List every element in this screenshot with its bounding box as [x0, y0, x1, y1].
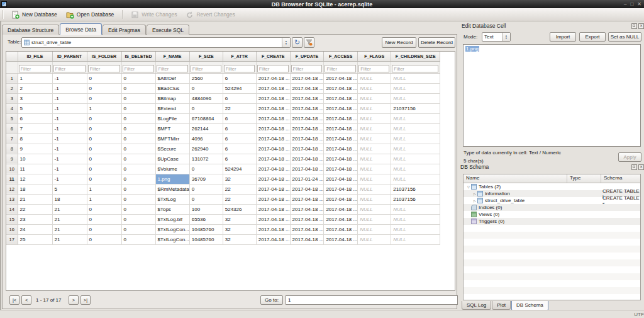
new-record-button[interactable]: New Record	[382, 37, 416, 48]
filter-input-f-access[interactable]	[325, 65, 356, 72]
cell-f-name[interactable]: $UpCase	[155, 154, 189, 164]
row-number[interactable]: 1	[6, 73, 18, 83]
cell-f-update[interactable]: 2017-01-24 ...	[290, 174, 324, 184]
cell-is-deleted[interactable]: 0	[121, 214, 155, 224]
cell-f-create[interactable]: 2017-04-18 ...	[256, 103, 290, 113]
cell-f-name[interactable]: $Secure	[155, 144, 189, 154]
column-header-is-folder[interactable]: IS_FOLDER	[87, 52, 121, 61]
cell-f-size[interactable]: 0	[189, 103, 223, 113]
cell-f-access[interactable]: 2017-04-18 ...	[324, 234, 358, 244]
cell-f-create[interactable]: 2017-04-18 ...	[256, 194, 290, 204]
cell-f-children-size[interactable]: NULL	[391, 73, 440, 83]
tab-plot[interactable]: Plot	[492, 301, 511, 310]
cell-id-parent[interactable]: 21	[52, 224, 87, 234]
chevron-up-down-icon[interactable]: ▴▾	[282, 38, 290, 47]
filter-input-id-parent[interactable]	[53, 65, 86, 72]
cell-f-attr[interactable]: 524326	[223, 204, 256, 214]
cell-f-update[interactable]: 2017-04-18 ...	[290, 224, 324, 234]
column-header-f-flags[interactable]: F_FLAGS	[358, 52, 391, 61]
cell-f-update[interactable]: 2017-04-18 ...	[290, 164, 324, 174]
cell-f-children-size[interactable]: NULL	[391, 234, 440, 244]
cell-id-parent[interactable]: -1	[52, 73, 87, 83]
cell-f-name[interactable]: $AttrDef	[155, 73, 189, 83]
cell-is-folder[interactable]: 0	[87, 164, 121, 174]
tree-collapsed-icon[interactable]: ▷	[472, 192, 477, 196]
cell-f-flags[interactable]: NULL	[358, 224, 391, 234]
tab-database-structure[interactable]: Database Structure	[2, 25, 59, 35]
row-number[interactable]: 4	[6, 103, 18, 113]
cell-is-folder[interactable]: 0	[87, 174, 121, 184]
cell-f-children-size[interactable]: NULL	[391, 224, 440, 234]
cell-id-file[interactable]: 3	[18, 93, 52, 103]
cell-f-name[interactable]: $MFT	[155, 123, 189, 133]
column-header-f-children-size[interactable]: F_CHILDREN_SIZE	[391, 52, 440, 61]
cell-f-flags[interactable]: NULL	[358, 83, 391, 93]
cell-f-attr[interactable]: 6	[223, 123, 256, 133]
cell-f-attr[interactable]: 524294	[223, 83, 256, 93]
cell-id-file[interactable]: 25	[18, 234, 52, 244]
row-number[interactable]: 9	[6, 154, 18, 164]
cell-is-folder[interactable]: 0	[87, 93, 121, 103]
cell-f-access[interactable]: 2017-04-18 ...	[324, 164, 358, 174]
cell-is-folder[interactable]: 1	[87, 103, 121, 113]
filter-input-f-name[interactable]	[157, 65, 188, 72]
tab-execute-sql[interactable]: Execute SQL	[147, 25, 189, 35]
row-number[interactable]: 14	[6, 204, 18, 214]
cell-id-file[interactable]: 9	[18, 144, 52, 154]
goto-input[interactable]	[286, 295, 458, 305]
cell-is-folder[interactable]: 0	[87, 123, 121, 133]
cell-f-name[interactable]: $Extend	[155, 103, 189, 113]
cell-f-update[interactable]: 2017-04-18 ...	[290, 194, 324, 204]
cell-is-deleted[interactable]: 0	[121, 164, 155, 174]
column-header-f-access[interactable]: F_ACCESS	[324, 52, 358, 61]
cell-f-attr[interactable]: 32	[223, 234, 256, 244]
row-number[interactable]: 12	[6, 184, 18, 194]
cell-f-create[interactable]: 2017-04-18 ...	[256, 113, 290, 123]
cell-f-size[interactable]: 0	[189, 164, 223, 174]
cell-is-deleted[interactable]: 0	[121, 194, 155, 204]
row-number[interactable]: 2	[6, 83, 18, 93]
cell-id-parent[interactable]: -1	[52, 123, 87, 133]
row-number[interactable]: 11	[6, 174, 18, 184]
row-number[interactable]: 6	[6, 123, 18, 133]
cell-f-update[interactable]: 2017-04-18 ...	[290, 93, 324, 103]
cell-f-create[interactable]: 2017-04-18 ...	[256, 234, 290, 244]
cell-f-flags[interactable]: NULL	[358, 194, 391, 204]
schema-tree-item[interactable]: Triggers (0)	[464, 218, 640, 225]
cell-f-access[interactable]: 2017-04-18 ...	[324, 144, 358, 154]
cell-f-flags[interactable]: NULL	[358, 103, 391, 113]
cell-f-flags[interactable]: NULL	[358, 184, 391, 194]
column-header-f-update[interactable]: F_UPDATE	[290, 52, 324, 61]
cell-f-name[interactable]: $Bitmap	[155, 93, 189, 103]
cell-id-parent[interactable]: 21	[52, 214, 87, 224]
cell-f-children-size[interactable]: NULL	[391, 113, 440, 123]
cell-f-update[interactable]: 2017-04-18 ...	[290, 214, 324, 224]
cell-f-size[interactable]: 65536	[189, 214, 223, 224]
cell-f-update[interactable]: 2017-04-18 ...	[290, 144, 324, 154]
cell-f-name[interactable]: $TxfLogCon...	[155, 224, 189, 234]
cell-f-name[interactable]: $Volume	[155, 164, 189, 174]
column-header-f-create[interactable]: F_CREATE	[256, 52, 290, 61]
cell-id-parent[interactable]: -1	[52, 154, 87, 164]
cell-id-file[interactable]: 5	[18, 103, 52, 113]
cell-f-update[interactable]: 2017-04-18 ...	[290, 133, 324, 144]
cell-f-attr[interactable]: 6	[223, 133, 256, 144]
cell-f-create[interactable]: 2017-04-18 ...	[256, 224, 290, 234]
row-number[interactable]: 17	[6, 234, 18, 244]
filter-input-f-attr[interactable]	[224, 65, 255, 72]
column-header-f-name[interactable]: F_NAME	[155, 52, 189, 61]
row-number[interactable]: 16	[6, 224, 18, 234]
mode-select[interactable]: Text ▴▾	[482, 32, 511, 42]
cell-id-file[interactable]: 10	[18, 154, 52, 164]
cell-f-attr[interactable]: 22	[223, 194, 256, 204]
cell-f-name[interactable]: $TxfLog	[155, 194, 189, 204]
cell-f-create[interactable]: 2017-04-18 ...	[256, 144, 290, 154]
cell-f-update[interactable]: 2017-04-18 ...	[290, 204, 324, 214]
cell-f-name[interactable]: $TxfLog.blf	[155, 214, 189, 224]
column-header-f-attr[interactable]: F_ATTR	[223, 52, 256, 61]
cell-f-flags[interactable]: NULL	[358, 93, 391, 103]
cell-id-parent[interactable]: -1	[52, 133, 87, 144]
cell-f-access[interactable]: 2017-04-18 ...	[324, 224, 358, 234]
cell-is-deleted[interactable]: 0	[121, 83, 155, 93]
cell-f-flags[interactable]: NULL	[358, 154, 391, 164]
